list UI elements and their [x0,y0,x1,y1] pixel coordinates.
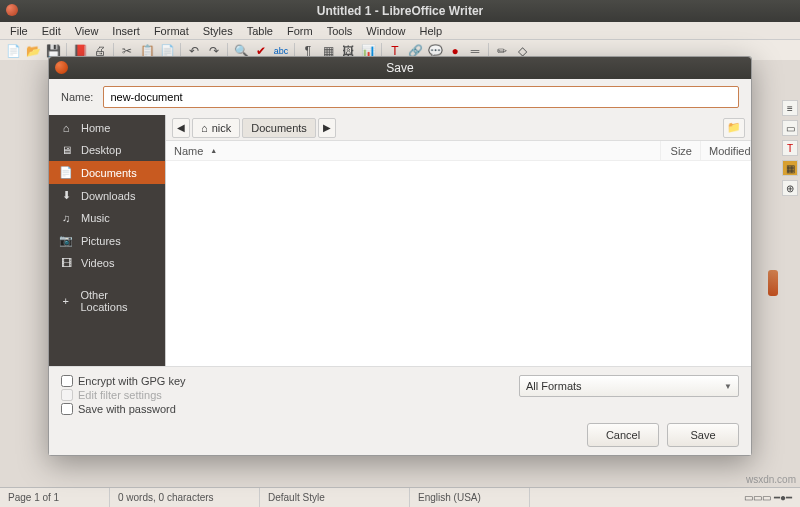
plus-icon: + [59,295,72,307]
dialog-body: ⌂Home 🖥Desktop 📄Documents ⬇Downloads ♫Mu… [49,115,751,366]
status-words[interactable]: 0 words, 0 characters [110,488,260,507]
name-label: Name: [61,91,93,103]
options-row: Encrypt with GPG key Edit filter setting… [61,375,739,415]
downloads-icon: ⬇ [59,189,73,202]
place-label: Pictures [81,235,121,247]
dialog-titlebar: Save [49,57,751,79]
toolbar-open-icon[interactable]: 📂 [24,42,42,60]
menu-help[interactable]: Help [413,24,448,38]
path-back-button[interactable]: ◀ [172,118,190,138]
menu-insert[interactable]: Insert [106,24,146,38]
dialog-close-icon[interactable] [55,61,68,74]
crumb-label: nick [212,122,232,134]
sidebar-properties-icon[interactable]: ≡ [782,100,798,116]
format-value: All Formats [526,380,582,392]
new-folder-icon: 📁 [727,121,741,134]
menu-edit[interactable]: Edit [36,24,67,38]
scrollbar-thumb[interactable] [768,270,778,296]
path-bar: ◀ ⌂ nick Documents ▶ 📁 [166,115,751,141]
cancel-button[interactable]: Cancel [587,423,659,447]
place-label: Desktop [81,144,121,156]
status-page[interactable]: Page 1 of 1 [0,488,110,507]
encrypt-gpg-checkbox[interactable]: Encrypt with GPG key [61,375,186,387]
place-label: Music [81,212,110,224]
status-spacer [530,488,680,507]
menu-styles[interactable]: Styles [197,24,239,38]
edit-filter-checkbox: Edit filter settings [61,389,186,401]
column-modified[interactable]: Modified [701,141,751,160]
checkbox-icon[interactable] [61,375,73,387]
separator [49,274,165,284]
videos-icon: 🎞 [59,257,73,269]
window-title: Untitled 1 - LibreOffice Writer [317,4,483,18]
menu-table[interactable]: Table [241,24,279,38]
place-music[interactable]: ♫Music [49,207,165,229]
home-icon: ⌂ [59,122,73,134]
file-columns-header: Name Size Modified [166,141,751,161]
status-language[interactable]: English (USA) [410,488,530,507]
file-format-combo[interactable]: All Formats ▼ [519,375,739,397]
path-forward-button[interactable]: ▶ [318,118,336,138]
desktop-icon: 🖥 [59,144,73,156]
dialog-bottom: Encrypt with GPG key Edit filter setting… [49,366,751,455]
place-other-locations[interactable]: +Other Locations [49,284,165,318]
place-documents[interactable]: 📄Documents [49,161,165,184]
column-name[interactable]: Name [166,141,661,160]
music-icon: ♫ [59,212,73,224]
place-desktop[interactable]: 🖥Desktop [49,139,165,161]
status-zoom[interactable]: ▭▭▭ ━●━ [680,488,800,507]
crumb-label: Documents [251,122,307,134]
checkbox-icon[interactable] [61,403,73,415]
path-documents-crumb[interactable]: Documents [242,118,316,138]
checkbox-label: Encrypt with GPG key [78,375,186,387]
file-list[interactable] [166,161,751,366]
dialog-buttons: Cancel Save [61,423,739,447]
menu-view[interactable]: View [69,24,105,38]
column-size[interactable]: Size [661,141,701,160]
save-dialog: Save Name: ⌂Home 🖥Desktop 📄Documents ⬇Do… [48,56,752,456]
path-home-crumb[interactable]: ⌂ nick [192,118,240,138]
place-downloads[interactable]: ⬇Downloads [49,184,165,207]
checkbox-group: Encrypt with GPG key Edit filter setting… [61,375,186,415]
place-home[interactable]: ⌂Home [49,117,165,139]
place-label: Downloads [81,190,135,202]
menu-format[interactable]: Format [148,24,195,38]
pictures-icon: 📷 [59,234,73,247]
save-button[interactable]: Save [667,423,739,447]
place-label: Videos [81,257,114,269]
places-sidebar: ⌂Home 🖥Desktop 📄Documents ⬇Downloads ♫Mu… [49,115,165,366]
status-style[interactable]: Default Style [260,488,410,507]
status-bar: Page 1 of 1 0 words, 0 characters Defaul… [0,487,800,507]
save-password-checkbox[interactable]: Save with password [61,403,186,415]
filename-input[interactable] [103,86,739,108]
sidebar-page-icon[interactable]: ▭ [782,120,798,136]
watermark: wsxdn.com [746,474,796,485]
name-row: Name: [49,79,751,115]
dialog-title: Save [386,61,413,75]
menu-form[interactable]: Form [281,24,319,38]
place-label: Documents [81,167,137,179]
place-pictures[interactable]: 📷Pictures [49,229,165,252]
window-close-icon[interactable] [6,4,18,16]
place-label: Other Locations [80,289,155,313]
menu-window[interactable]: Window [360,24,411,38]
chevron-down-icon: ▼ [724,382,732,391]
menu-file[interactable]: File [4,24,34,38]
documents-icon: 📄 [59,166,73,179]
sidebar-gallery-icon[interactable]: ▦ [782,160,798,176]
place-videos[interactable]: 🎞Videos [49,252,165,274]
checkbox-label: Edit filter settings [78,389,162,401]
toolbar-new-icon[interactable]: 📄 [4,42,22,60]
file-panel: ◀ ⌂ nick Documents ▶ 📁 Name Size Modifie… [165,115,751,366]
menu-tools[interactable]: Tools [321,24,359,38]
new-folder-button[interactable]: 📁 [723,118,745,138]
sidebar-tabs: ≡ ▭ T ▦ ⊕ [782,100,798,196]
checkbox-label: Save with password [78,403,176,415]
sidebar-navigator-icon[interactable]: ⊕ [782,180,798,196]
window-titlebar: Untitled 1 - LibreOffice Writer [0,0,800,22]
sidebar-styles-icon[interactable]: T [782,140,798,156]
checkbox-icon [61,389,73,401]
menu-bar: File Edit View Insert Format Styles Tabl… [0,22,800,40]
place-label: Home [81,122,110,134]
home-icon: ⌂ [201,122,208,134]
